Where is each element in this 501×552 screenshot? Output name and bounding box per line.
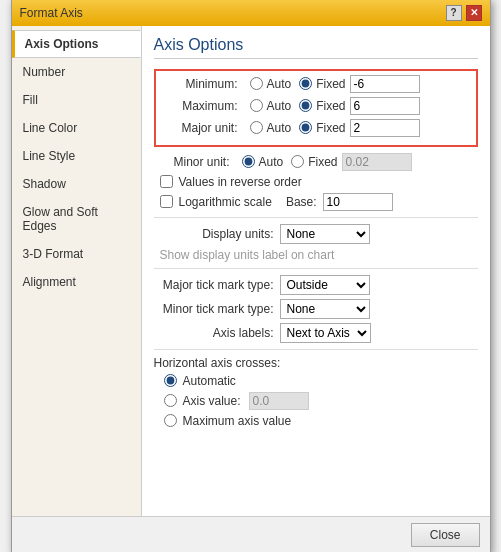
major-unit-value-input[interactable] <box>350 119 420 137</box>
crosses-section: Horizontal axis crosses: Automatic Axis … <box>154 356 478 428</box>
minor-unit-value-input[interactable] <box>342 153 412 171</box>
help-button[interactable]: ? <box>446 5 462 21</box>
minimum-label: Minimum: <box>162 77 242 91</box>
reverse-order-checkbox[interactable] <box>160 175 173 188</box>
major-unit-label: Major unit: <box>162 121 242 135</box>
reverse-order-row: Values in reverse order <box>154 175 478 189</box>
minor-tick-select[interactable]: None Inside Outside Cross <box>280 299 370 319</box>
major-tick-label: Major tick mark type: <box>154 278 274 292</box>
reverse-order-label: Values in reverse order <box>179 175 302 189</box>
major-unit-fixed-group: Fixed <box>295 121 345 135</box>
maximum-auto-label: Auto <box>267 99 292 113</box>
sidebar: Axis Options Number Fill Line Color Line… <box>12 26 142 516</box>
minor-unit-auto-group: Auto <box>238 155 284 169</box>
minimum-fixed-radio[interactable] <box>299 77 312 90</box>
dialog-body: Axis Options Number Fill Line Color Line… <box>12 26 490 516</box>
minor-unit-fixed-label: Fixed <box>308 155 337 169</box>
automatic-radio[interactable] <box>164 374 177 387</box>
major-unit-row: Major unit: Auto Fixed <box>162 119 470 137</box>
display-units-label: Display units: <box>154 227 274 241</box>
title-buttons: ? ✕ <box>446 5 482 21</box>
title-bar: Format Axis ? ✕ <box>12 0 490 26</box>
max-value-radio[interactable] <box>164 414 177 427</box>
format-axis-dialog: Format Axis ? ✕ Axis Options Number Fill… <box>11 0 491 552</box>
sidebar-item-number[interactable]: Number <box>12 58 141 86</box>
sidebar-item-line-color[interactable]: Line Color <box>12 114 141 142</box>
maximum-label: Maximum: <box>162 99 242 113</box>
separator1 <box>154 217 478 218</box>
axis-value-option-row: Axis value: <box>154 392 478 410</box>
major-unit-fixed-label: Fixed <box>316 121 345 135</box>
max-value-option-row: Maximum axis value <box>154 414 478 428</box>
minor-tick-row: Minor tick mark type: None Inside Outsid… <box>154 299 478 319</box>
maximum-value-input[interactable] <box>350 97 420 115</box>
minor-unit-auto-radio[interactable] <box>242 155 255 168</box>
minimum-row: Minimum: Auto Fixed <box>162 75 470 93</box>
base-label: Base: <box>286 195 317 209</box>
logarithmic-row: Logarithmic scale Base: <box>154 193 478 211</box>
maximum-row: Maximum: Auto Fixed <box>162 97 470 115</box>
minor-unit-row: Minor unit: Auto Fixed <box>154 153 478 171</box>
logarithmic-label: Logarithmic scale <box>179 195 272 209</box>
dialog-title: Format Axis <box>20 6 83 20</box>
sidebar-item-fill[interactable]: Fill <box>12 86 141 114</box>
minor-unit-auto-label: Auto <box>259 155 284 169</box>
major-tick-row: Major tick mark type: Outside Inside Cro… <box>154 275 478 295</box>
display-units-select[interactable]: None Hundreds Thousands Millions <box>280 224 370 244</box>
maximum-auto-group: Auto <box>246 99 292 113</box>
axis-value-radio[interactable] <box>164 394 177 407</box>
major-tick-select[interactable]: Outside Inside Cross None <box>280 275 370 295</box>
max-value-label: Maximum axis value <box>183 414 292 428</box>
base-value-input[interactable] <box>323 193 393 211</box>
display-units-row: Display units: None Hundreds Thousands M… <box>154 224 478 244</box>
title-bar-left: Format Axis <box>20 6 83 20</box>
axis-labels-label: Axis labels: <box>154 326 274 340</box>
sidebar-item-glow-soft-edges[interactable]: Glow and Soft Edges <box>12 198 141 240</box>
automatic-option-row: Automatic <box>154 374 478 388</box>
minimum-fixed-group: Fixed <box>295 77 345 91</box>
close-button[interactable]: Close <box>411 523 480 547</box>
axis-labels-select[interactable]: Next to Axis High Low None <box>280 323 371 343</box>
automatic-label: Automatic <box>183 374 236 388</box>
minimum-fixed-label: Fixed <box>316 77 345 91</box>
sidebar-item-axis-options[interactable]: Axis Options <box>12 30 141 58</box>
minimum-auto-group: Auto <box>246 77 292 91</box>
major-unit-auto-radio[interactable] <box>250 121 263 134</box>
fixed-options-box: Minimum: Auto Fixed Maximum: <box>154 69 478 147</box>
content-title: Axis Options <box>154 36 478 59</box>
sidebar-item-alignment[interactable]: Alignment <box>12 268 141 296</box>
show-units-label: Show display units label on chart <box>154 248 478 262</box>
maximum-fixed-radio[interactable] <box>299 99 312 112</box>
minor-unit-fixed-group: Fixed <box>287 155 337 169</box>
separator3 <box>154 349 478 350</box>
axis-labels-row: Axis labels: Next to Axis High Low None <box>154 323 478 343</box>
minimum-value-input[interactable] <box>350 75 420 93</box>
sidebar-item-3d-format[interactable]: 3-D Format <box>12 240 141 268</box>
logarithmic-checkbox[interactable] <box>160 195 173 208</box>
maximum-fixed-group: Fixed <box>295 99 345 113</box>
crosses-title: Horizontal axis crosses: <box>154 356 478 370</box>
major-unit-auto-label: Auto <box>267 121 292 135</box>
axis-value-input[interactable] <box>249 392 309 410</box>
minor-tick-label: Minor tick mark type: <box>154 302 274 316</box>
minimum-auto-label: Auto <box>267 77 292 91</box>
window-close-button[interactable]: ✕ <box>466 5 482 21</box>
minor-unit-label: Minor unit: <box>154 155 234 169</box>
axis-value-label: Axis value: <box>183 394 241 408</box>
minimum-auto-radio[interactable] <box>250 77 263 90</box>
minor-unit-fixed-radio[interactable] <box>291 155 304 168</box>
major-unit-fixed-radio[interactable] <box>299 121 312 134</box>
maximum-fixed-label: Fixed <box>316 99 345 113</box>
separator2 <box>154 268 478 269</box>
maximum-auto-radio[interactable] <box>250 99 263 112</box>
sidebar-item-line-style[interactable]: Line Style <box>12 142 141 170</box>
dialog-footer: Close <box>12 516 490 553</box>
sidebar-item-shadow[interactable]: Shadow <box>12 170 141 198</box>
content-area: Axis Options Minimum: Auto Fixed <box>142 26 490 516</box>
major-unit-auto-group: Auto <box>246 121 292 135</box>
